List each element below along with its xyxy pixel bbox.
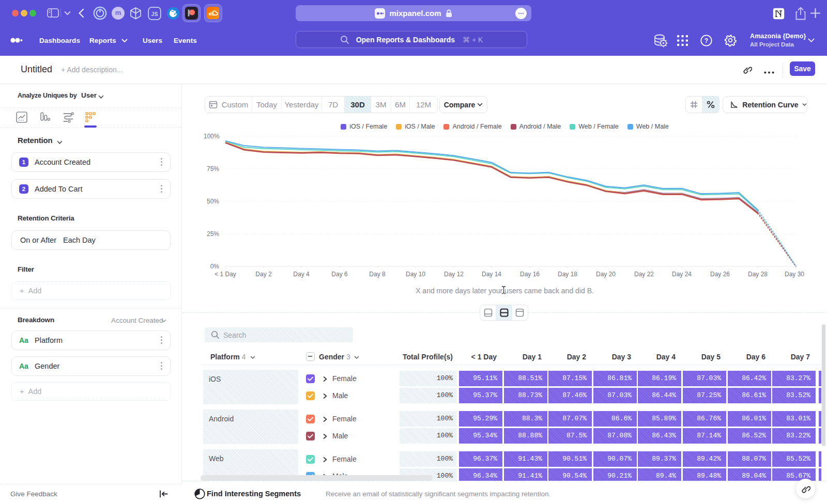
- svg-text:?: ?: [705, 37, 708, 44]
- svg-text:JS: JS: [151, 11, 158, 17]
